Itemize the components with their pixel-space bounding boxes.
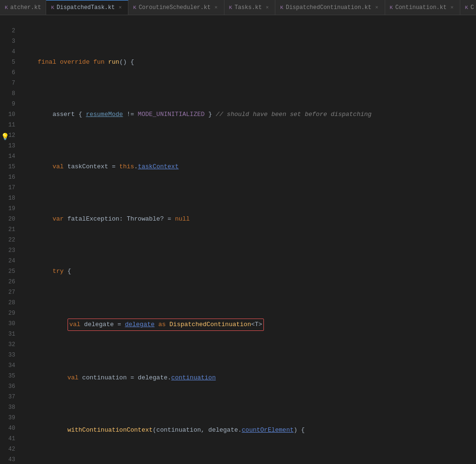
line-num-20: 20 [0,214,19,224]
line-num-18: 18 [0,193,19,203]
tab-tasks[interactable]: K Tasks.kt × [224,0,276,15]
line-num-38: 38 [0,402,19,413]
code-text-4: var fatalException: Throwable? = null [23,214,190,224]
code-line-6: val delegate = delegate as DispatchedCon… [23,319,476,331]
line-num-31: 31 [0,329,19,339]
line-num-40: 40 [0,423,19,434]
tab-icon-coroutine: K [133,5,136,10]
line-num-24: 24 [0,256,19,266]
tab-coroutine-scheduler[interactable]: K CoroutineScheduler.kt × [128,0,224,15]
line-num-28: 28 [0,298,19,308]
tab-close-dc[interactable]: × [374,4,380,11]
line-num-29: 29 [0,308,19,319]
tab-more[interactable]: K C [460,0,476,15]
line-num-25: 25 [0,266,19,277]
tab-atcher[interactable]: K atcher.kt [0,0,46,15]
tab-label-tasks: Tasks.kt [234,4,262,11]
line-num-35: 35 [0,371,19,381]
tab-close-cont[interactable]: × [449,4,455,11]
line-num-4: 4 [0,47,19,57]
code-line-7: val continuation = delegate.continuation [23,373,476,383]
tab-label-coroutine: CoroutineScheduler.kt [139,4,211,11]
code-line-8: withContinuationContext(continuation, de… [23,425,476,435]
line-num-23: 23 [0,245,19,256]
code-line-4: var fatalException: Throwable? = null [23,214,476,224]
tab-dispatched-task[interactable]: K DispatchedTask.kt × [46,0,128,15]
tab-icon-atcher: K [5,5,8,10]
code-line-3: val taskContext = this.taskContext [23,162,476,172]
tab-close-coroutine[interactable]: × [213,4,219,11]
tab-label-dispatched: DispatchedTask.kt [57,4,115,11]
code-text-7: val continuation = delegate.continuation [23,373,216,383]
code-text-6: val delegate = delegate as DispatchedCon… [23,319,264,331]
line-num-1 [0,15,19,26]
tab-icon-dispatched: K [51,5,54,10]
line-num-14: 14 [0,151,19,162]
line-num-5: 5 [0,57,19,68]
tab-dispatched-continuation[interactable]: K DispatchedContinuation.kt × [275,0,385,15]
tab-close-tasks[interactable]: × [264,4,271,11]
line-num-10: 10 [0,109,19,120]
line-num-3: 3 [0,36,19,47]
line-num-27: 27 [0,287,19,298]
tab-label-dc: DispatchedContinuation.kt [286,4,371,11]
line-num-37: 37 [0,392,19,402]
line-num-43: 43 [0,454,19,464]
tab-label-more: C [470,4,474,11]
line-num-41: 41 [0,434,19,444]
line-num-7: 7 [0,78,19,88]
editor-container: K atcher.kt K DispatchedTask.kt × K Coro… [0,0,476,464]
line-num-22: 22 [0,235,19,245]
tab-close-dispatched[interactable]: × [117,4,123,11]
line-num-30: 30 [0,319,19,329]
line-num-17: 17 [0,183,19,193]
bulb-icon[interactable]: 💡 [1,132,9,142]
line-num-34: 34 [0,360,19,371]
line-num-32: 32 [0,339,19,350]
line-num-9: 9 [0,99,19,109]
tab-label-cont: Continuation.kt [395,4,447,11]
tab-icon-tasks: K [229,5,233,10]
line-num-26: 26 [0,277,19,287]
line-num-42: 42 [0,444,19,454]
line-num-33: 33 [0,350,19,360]
code-text-5: try { [23,266,71,277]
code-text-2: assert { resumeMode != MODE_UNINITIALIZE… [23,109,371,120]
tab-bar: K atcher.kt K DispatchedTask.kt × K Coro… [0,0,476,15]
line-num-19: 19 [0,203,19,214]
tab-icon-dc: K [280,5,283,10]
code-lines: final override fun run() { assert { resu… [19,15,476,464]
line-numbers: 2 3 4 5 6 7 8 9 10 11 12 💡 13 14 15 16 1… [0,15,19,464]
code-text-3: val taskContext = this.taskContext [23,162,179,172]
line-num-36: 36 [0,381,19,392]
line-num-6: 6 [0,68,19,78]
code-line-5: try { [23,266,476,277]
line-num-8: 8 [0,88,19,99]
line-num-2: 2 [0,26,19,36]
line-num-16: 16 [0,172,19,183]
tab-icon-cont: K [390,5,393,10]
tab-label-atcher: atcher.kt [10,4,41,11]
line-num-11: 11 [0,120,19,130]
code-line-2: assert { resumeMode != MODE_UNINITIALIZE… [23,109,476,120]
code-editor[interactable]: 2 3 4 5 6 7 8 9 10 11 12 💡 13 14 15 16 1… [0,15,476,464]
code-text-8: withContinuationContext(continuation, de… [23,425,305,435]
line-num-13: 13 [0,141,19,151]
code-text-1: final override fun run() { [23,57,134,68]
line-num-39: 39 [0,413,19,423]
tab-continuation[interactable]: K Continuation.kt × [385,0,460,15]
tab-icon-more: K [465,5,468,10]
code-line-1: final override fun run() { [23,57,476,68]
line-num-21: 21 [0,224,19,235]
line-num-15: 15 [0,162,19,172]
line-num-12: 12 💡 [0,130,19,141]
